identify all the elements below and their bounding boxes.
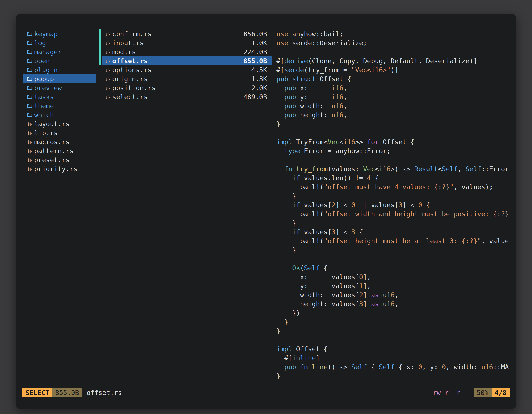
file-name: origin.rs <box>112 75 148 83</box>
code-line: y: values[1], <box>276 281 516 290</box>
file-row[interactable]: select.rs 489.0B <box>102 92 272 101</box>
folder-name: log <box>34 39 46 48</box>
file-row[interactable]: offset.rs 855.0B <box>102 57 272 66</box>
file-name: lib.rs <box>34 128 58 137</box>
rust-file-icon <box>105 49 110 55</box>
code-line: pub y: i16, <box>276 92 516 101</box>
rust-file-icon <box>27 166 32 172</box>
sidebar-folder-item[interactable]: plugin <box>23 66 96 75</box>
code-line: pub width: u16, <box>276 101 516 110</box>
code-line: pub fn line() -> Self { Self { x: 0, y: … <box>276 362 516 371</box>
file-row[interactable]: confirm.rs 856.0B <box>102 29 272 39</box>
sidebar-file-item[interactable]: macros.rs <box>23 137 96 146</box>
code-line: #[derive(Clone, Copy, Debug, Default, De… <box>276 57 516 66</box>
selection-strip <box>99 39 101 48</box>
cursor-position-chip: 4/8 <box>492 388 510 397</box>
file-name: confirm.rs <box>112 30 152 38</box>
selection-strip <box>99 57 101 66</box>
code-line: bail!("offset height must be at least 3:… <box>276 236 516 245</box>
file-permissions: -rw-r--r-- <box>429 389 468 397</box>
selection-strip <box>99 48 101 57</box>
open-folder-icon <box>27 112 32 118</box>
status-bar: SELECT 855.0B offset.rs -rw-r--r-- 50% 4… <box>16 388 516 397</box>
open-folder-icon <box>27 85 32 91</box>
file-size: 1.0K <box>251 39 267 47</box>
code-line <box>276 254 516 263</box>
selection-strip <box>99 29 101 39</box>
sidebar-file-item[interactable]: lib.rs <box>23 128 96 137</box>
open-folder-icon <box>27 40 32 46</box>
open-folder-icon <box>27 103 32 109</box>
rust-file-icon <box>105 94 110 100</box>
code-line: use anyhow::bail; <box>276 29 516 39</box>
yazi-file-manager-window: keymap log <box>16 14 516 409</box>
code-line: } <box>276 245 516 254</box>
scroll-percent-chip: 50% <box>474 388 492 397</box>
rust-file-icon <box>105 40 110 46</box>
folder-name: manager <box>34 48 62 57</box>
code-line: type Error = anyhow::Error; <box>276 146 516 155</box>
sidebar-folder-item[interactable]: open <box>23 57 96 66</box>
status-filename: offset.rs <box>86 389 122 397</box>
code-line: Ok(Self { <box>276 263 516 272</box>
code-line: pub x: i16, <box>276 83 516 92</box>
folder-name: which <box>34 110 54 119</box>
sidebar-folder-item[interactable]: keymap <box>23 29 96 39</box>
folder-name: theme <box>34 101 54 110</box>
open-folder-icon <box>27 67 32 73</box>
file-name: preset.rs <box>34 155 69 164</box>
file-row[interactable]: origin.rs 1.3K <box>102 75 272 83</box>
file-row[interactable]: input.rs 1.0K <box>102 39 272 48</box>
code-line: width: values[2] as u16, <box>276 290 516 299</box>
code-line: #[serde(try_from = "Vec<i16>")] <box>276 66 516 75</box>
folder-name: popup <box>34 75 54 83</box>
rust-file-icon <box>105 31 110 37</box>
rust-file-icon <box>27 139 32 144</box>
folder-name: open <box>34 57 50 66</box>
sidebar-folder-item[interactable]: log <box>23 39 96 48</box>
sidebar-file-item[interactable]: pattern.rs <box>23 146 96 155</box>
code-line: #[inline] <box>276 354 516 362</box>
file-size: 224.0B <box>243 48 267 56</box>
preview-pane: use anyhow::bail; use serde::Deserialize… <box>273 29 516 388</box>
open-folder-icon <box>27 76 32 82</box>
open-folder-icon <box>27 94 32 100</box>
file-row[interactable]: options.rs 4.5K <box>102 66 272 75</box>
sidebar-folder-item[interactable]: tasks <box>23 92 96 101</box>
code-line: } <box>276 219 516 227</box>
open-folder-icon <box>27 58 32 64</box>
file-name: offset.rs <box>112 57 148 65</box>
file-row[interactable]: position.rs 2.0K <box>102 83 272 92</box>
code-line <box>276 48 516 57</box>
sidebar-file-item[interactable]: preset.rs <box>23 155 96 164</box>
code-line: } <box>276 119 516 128</box>
sidebar-folder-item[interactable]: theme <box>23 101 96 110</box>
code-line: x: values[0], <box>276 272 516 281</box>
open-folder-icon <box>27 31 32 37</box>
rust-file-icon <box>105 58 110 64</box>
parent-pane: keymap log <box>16 29 98 388</box>
mode-indicator: SELECT <box>22 388 52 397</box>
file-size: 4.5K <box>251 66 267 74</box>
code-line: if values[2] < 0 || values[3] < 0 { <box>276 201 516 210</box>
code-line: bail!("offset must have 4 values: {:?}",… <box>276 183 516 192</box>
rust-file-icon <box>27 121 32 127</box>
sidebar-folder-item[interactable]: manager <box>23 48 96 57</box>
code-line: bail!("offset width and height must be p… <box>276 210 516 219</box>
code-line <box>276 128 516 137</box>
code-line: height: values[3] as u16, <box>276 299 516 308</box>
file-name: layout.rs <box>34 119 69 128</box>
code-line: }) <box>276 308 516 318</box>
open-folder-icon <box>27 49 32 55</box>
sidebar-folder-item[interactable]: popup <box>23 75 96 83</box>
sidebar-file-item[interactable]: layout.rs <box>23 119 96 128</box>
code-line: pub height: u16, <box>276 110 516 119</box>
file-row[interactable]: mod.rs 224.0B <box>102 48 272 57</box>
sidebar-file-item[interactable]: priority.rs <box>23 164 96 173</box>
file-name: priority.rs <box>34 164 77 173</box>
file-size: 489.0B <box>243 93 267 101</box>
sidebar-folder-item[interactable]: preview <box>23 83 96 92</box>
sidebar-folder-item[interactable]: which <box>23 110 96 119</box>
status-right: -rw-r--r-- 50% 4/8 <box>429 388 510 397</box>
code-line: impl Offset { <box>276 345 516 354</box>
